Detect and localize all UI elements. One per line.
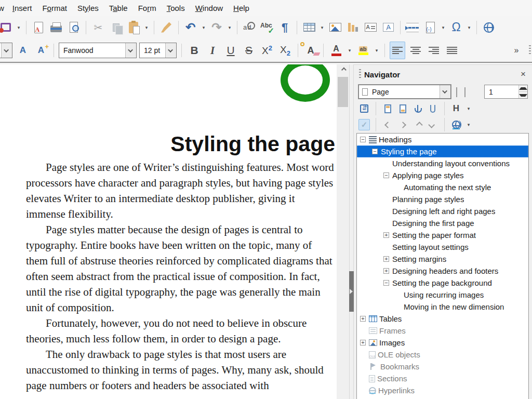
tree-expander[interactable] [383, 172, 389, 178]
document-heading[interactable]: Styling the page [26, 132, 335, 156]
sidebar-splitter[interactable] [349, 64, 354, 399]
new-style-button[interactable]: A+ [33, 42, 49, 59]
export-pdf-button[interactable] [31, 19, 46, 36]
redo-button[interactable] [209, 19, 224, 36]
copy-button[interactable] [108, 19, 124, 36]
align-center-button[interactable] [408, 42, 423, 59]
tree-item[interactable]: Setting layout settings [357, 241, 528, 253]
font-name-dropdown[interactable] [125, 43, 136, 58]
tree-item[interactable]: Designing headers and footers [357, 265, 528, 277]
insert-image-button[interactable] [327, 19, 343, 36]
toggle-master-view-button[interactable] [358, 103, 370, 114]
tree-item[interactable]: Headings [357, 134, 528, 145]
tree-item[interactable]: Images [357, 337, 528, 349]
toolbar-overflow-button[interactable]: » [509, 42, 524, 59]
set-reminder-button[interactable] [427, 103, 438, 114]
tree-expander[interactable] [360, 328, 366, 334]
superscript-button[interactable]: X2 [259, 42, 275, 59]
font-color-dropdown[interactable] [347, 42, 353, 59]
tree-expander[interactable] [395, 292, 401, 298]
tree-expander[interactable] [395, 304, 401, 310]
tree-item[interactable]: Designing the first page [357, 217, 528, 229]
font-size-dropdown[interactable] [165, 43, 176, 58]
page-number-spinner[interactable]: 1 [484, 85, 528, 99]
content-navigation-view-button[interactable]: ✓ [358, 119, 370, 130]
document-body[interactable]: Page styles are one of Writer’s distingu… [26, 159, 336, 393]
tree-item[interactable]: Setting the page background [357, 277, 528, 289]
clone-formatting-button[interactable] [158, 19, 174, 36]
tree-expander[interactable] [360, 316, 366, 322]
tree-expander[interactable] [383, 161, 389, 166]
tree-item[interactable]: Styling the page [357, 145, 528, 157]
menu-item[interactable]: Window [190, 2, 228, 14]
insert-table-dropdown[interactable] [319, 19, 325, 36]
navigate-by-dropdown[interactable] [440, 85, 450, 98]
strikethrough-button[interactable]: S [241, 42, 257, 59]
menu-item[interactable]: Insert [7, 2, 37, 14]
scroll-up-button[interactable] [337, 64, 349, 75]
paragraph-style-combo[interactable] [0, 43, 12, 58]
font-name-combo[interactable]: Fanwood [59, 43, 137, 58]
spin-up-button[interactable] [519, 85, 527, 91]
insert-hyperlink-button[interactable] [481, 19, 497, 36]
tree-item[interactable]: Hyperlinks [357, 384, 528, 396]
insert-field-button[interactable] [422, 19, 438, 36]
insert-chart-button[interactable] [345, 19, 361, 36]
insert-special-character-button[interactable] [448, 19, 464, 36]
underline-button[interactable]: U [223, 42, 238, 59]
drag-mode-button[interactable] [450, 119, 462, 130]
tree-expander[interactable] [360, 352, 366, 357]
navigate-previous-button[interactable] [454, 86, 459, 98]
print-button[interactable] [48, 19, 64, 36]
tree-expander[interactable] [383, 280, 389, 286]
menu-item[interactable]: Form [133, 2, 162, 14]
tree-item[interactable]: Setting margins [357, 253, 528, 265]
header-button[interactable] [382, 103, 393, 114]
scrollbar-thumb[interactable] [338, 77, 348, 107]
menu-item[interactable]: Styles [72, 2, 104, 14]
redo-dropdown[interactable] [227, 19, 233, 36]
demote-button[interactable] [427, 119, 438, 130]
tree-expander[interactable] [383, 232, 389, 238]
tree-item[interactable]: Frames [357, 325, 528, 337]
cut-button[interactable] [90, 19, 106, 36]
tree-item[interactable]: Automating the next style [357, 181, 528, 193]
document-paragraph[interactable]: The only drawback to page styles is that… [26, 347, 336, 393]
toolbar-grip[interactable] [529, 45, 531, 56]
navigator-grip[interactable] [359, 69, 361, 79]
tree-item[interactable]: Planning page styles [357, 193, 528, 205]
document-scrollbar[interactable] [337, 64, 349, 399]
insert-special-character-dropdown[interactable] [466, 19, 472, 36]
heading-levels-button[interactable]: H [450, 103, 462, 114]
save-button[interactable] [0, 19, 14, 36]
tree-item[interactable]: Using recurring images [357, 289, 528, 301]
anchor-text-button[interactable] [412, 103, 423, 114]
promote-button[interactable] [412, 119, 423, 130]
navigate-by-combo[interactable]: Page [358, 85, 451, 99]
print-preview-button[interactable] [66, 19, 82, 36]
spin-down-button[interactable] [519, 91, 527, 98]
align-left-button[interactable] [390, 42, 405, 59]
update-style-button[interactable]: A [15, 42, 31, 59]
show-draw-functions-button[interactable] [380, 19, 396, 36]
menu-item-partial[interactable]: w [0, 4, 7, 12]
tree-item[interactable]: Setting the paper format [357, 229, 528, 241]
menu-item[interactable]: Help [228, 2, 255, 14]
formatting-marks-button[interactable] [277, 19, 292, 36]
tree-item[interactable]: Moving in the new dimension [357, 301, 528, 313]
paste-dropdown[interactable] [143, 19, 150, 36]
undo-dropdown[interactable] [201, 19, 207, 36]
tree-expander[interactable] [383, 268, 389, 274]
tree-expander[interactable] [360, 137, 366, 142]
save-dropdown[interactable] [16, 19, 22, 36]
insert-table-button[interactable] [301, 19, 317, 36]
tree-item[interactable]: Applying page styles [357, 169, 528, 181]
highlight-color-dropdown[interactable] [374, 42, 380, 59]
tree-expander[interactable] [360, 340, 366, 345]
clear-formatting-button[interactable]: A [303, 42, 318, 59]
subscript-button[interactable]: X2 [277, 42, 293, 59]
navigate-next-button[interactable] [462, 86, 468, 98]
find-replace-button[interactable] [242, 19, 257, 36]
tree-item[interactable] [357, 396, 528, 399]
document-canvas[interactable]: Styling the page Page styles are one of … [0, 64, 337, 399]
